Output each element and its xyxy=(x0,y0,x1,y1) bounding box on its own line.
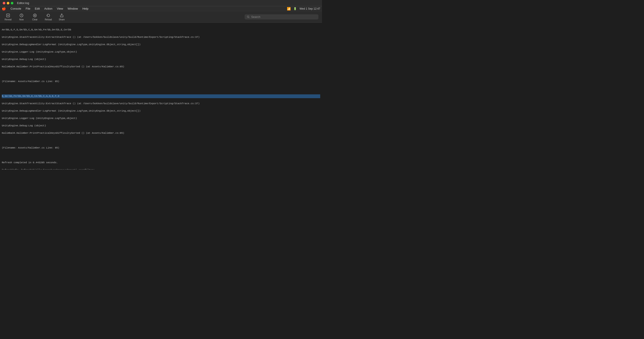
reveal-button[interactable]: Reveal xyxy=(4,13,12,21)
log-line: UnityEngine.DebugLogHandler:LogFormat (U… xyxy=(2,109,320,113)
log-line xyxy=(2,72,320,76)
log-line: UnityEngine.DebugLogHandler:LogFormat (U… xyxy=(2,43,320,46)
menu-file[interactable]: File xyxy=(24,6,32,11)
log-line: UnityEngine.Debug:Log (object) xyxy=(2,58,320,61)
apple-menu[interactable]: 🍎 xyxy=(2,7,6,11)
menubar: 🍎 Console File Edit Action View Window H… xyxy=(0,6,322,11)
menu-window[interactable]: Window xyxy=(66,6,80,11)
log-line: (Filename: Assets/Kalimber.cs Line: 85) xyxy=(2,146,320,150)
datetime: Wed 1 Sep 12:47 xyxy=(300,7,320,10)
search-icon xyxy=(247,16,250,18)
menubar-right: 📶 🔋 Wed 1 Sep 12:47 xyxy=(287,7,320,10)
log-line: UnityEngine.Logger:Log (UnityEngine.LogT… xyxy=(2,50,320,54)
minimize-button[interactable] xyxy=(7,2,10,4)
log-line: RefreshInfo: RefreshV2(AllowForceSynchro… xyxy=(2,168,320,170)
log-line xyxy=(2,23,320,24)
reload-button[interactable]: Reload xyxy=(44,13,53,21)
log-line: UnityEngine.StackTraceUtility:ExtractSta… xyxy=(2,102,320,106)
log-line: UnityEngine.Debug:Log (object) xyxy=(2,124,320,128)
log-line: UnityEngine.Logger:Log (UnityEngine.LogT… xyxy=(2,116,320,120)
log-line: B,G#/Ab,F#/Gb,D#/Eb,E,C#/Db,C,A,G,E,F,D xyxy=(2,94,320,98)
search-input[interactable] xyxy=(251,15,316,18)
search-bar[interactable] xyxy=(245,14,318,20)
log-content: UnityEngine.Logger:Log (UnityEngine.LogT… xyxy=(2,23,320,170)
traffic-lights xyxy=(3,2,14,4)
menu-edit[interactable]: Edit xyxy=(33,6,42,11)
log-line xyxy=(2,139,320,142)
wifi-icon[interactable]: 📶 xyxy=(287,7,291,10)
log-line: Kalimba34.Kalimber:PrintPracticalKeysDif… xyxy=(2,65,320,69)
now-button[interactable]: Now xyxy=(17,13,26,21)
svg-point-3 xyxy=(247,16,249,18)
menu-view[interactable]: View xyxy=(55,6,65,11)
maximize-button[interactable] xyxy=(11,2,14,4)
log-container[interactable]: UnityEngine.Logger:Log (UnityEngine.LogT… xyxy=(0,23,322,170)
menu-help[interactable]: Help xyxy=(80,6,90,11)
titlebar-left: Editor.log xyxy=(3,1,29,5)
log-line: (Filename: Assets/Kalimber.cs Line: 85) xyxy=(2,80,320,84)
share-button[interactable]: Share xyxy=(57,13,66,21)
menu-action[interactable]: Action xyxy=(42,6,54,11)
log-line xyxy=(2,154,320,157)
log-line: Refresh completed in 0.443285 seconds. xyxy=(2,161,320,164)
log-line: UnityEngine.StackTraceUtility:ExtractSta… xyxy=(2,35,320,39)
menu-console[interactable]: Console xyxy=(9,6,23,11)
battery-icon: 🔋 xyxy=(294,7,297,10)
log-line xyxy=(2,87,320,91)
clear-button[interactable]: Clear xyxy=(30,13,39,21)
log-line: A#/Bb,G,F,D,D#/Eb,C,B,G#/Ab,F#/Gb,D#/Eb,… xyxy=(2,28,320,32)
toolbar: Reveal Now Clear Reload Share xyxy=(0,11,322,23)
window-title: Editor.log xyxy=(17,1,29,5)
close-button[interactable] xyxy=(3,2,5,4)
titlebar: Editor.log xyxy=(0,0,322,6)
log-line: Kalimba34.Kalimber:PrintPracticalKeysDif… xyxy=(2,131,320,135)
